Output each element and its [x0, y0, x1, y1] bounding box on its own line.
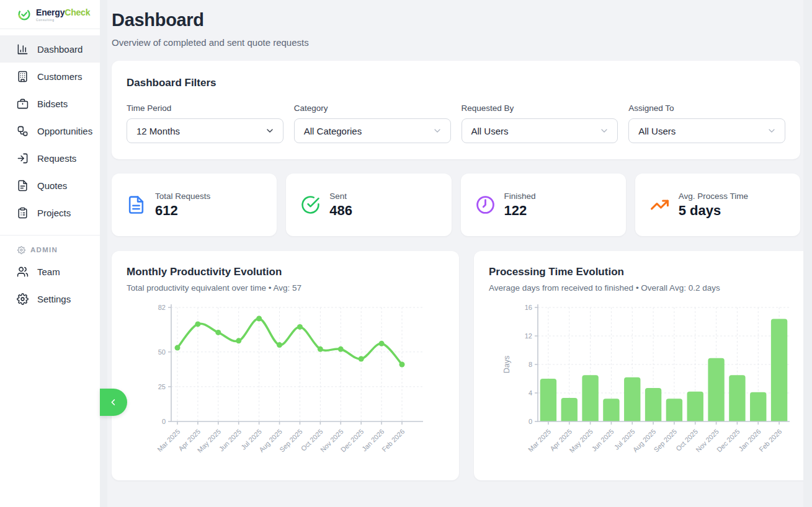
stats-row: Total Requests 612 Sent 486 — [112, 174, 800, 236]
sidebar-item-label: Projects — [37, 208, 71, 218]
requested-by-select[interactable]: All Users — [462, 118, 618, 143]
productivity-chart-card: Monthly Productivity Evolution Total pro… — [112, 251, 459, 480]
stat-label: Total Requests — [155, 192, 210, 201]
workflow-icon — [17, 125, 29, 137]
svg-text:Days: Days — [502, 356, 511, 373]
chevron-down-icon — [599, 126, 609, 136]
stat-value: 612 — [155, 203, 210, 219]
sidebar: EnergyCheck Consulting Dashboard Custome… — [0, 0, 100, 507]
time-period-select[interactable]: 12 Months — [127, 118, 283, 143]
trending-up-icon — [650, 195, 669, 214]
svg-text:Feb 2026: Feb 2026 — [757, 428, 783, 453]
filters-title: Dashboard Filters — [127, 77, 785, 89]
chart-subtitle: Average days from received to finished •… — [489, 283, 798, 293]
chart-title: Processing Time Evolution — [489, 266, 798, 278]
sidebar-item-label: Opportunities — [37, 126, 92, 136]
page-subtitle: Overview of completed and sent quote req… — [112, 37, 800, 48]
sidebar-scrollbar-gutter[interactable] — [100, 0, 107, 507]
building-icon — [17, 71, 29, 82]
admin-section-label: ADMIN — [0, 242, 100, 258]
sidebar-divider — [0, 235, 100, 236]
svg-text:0: 0 — [162, 418, 166, 425]
filter-requested-by: Requested By All Users — [462, 104, 618, 143]
filter-assigned-to: Assigned To All Users — [628, 104, 785, 143]
briefcase-icon — [17, 98, 29, 110]
svg-text:50: 50 — [158, 348, 166, 356]
svg-text:16: 16 — [525, 304, 532, 311]
logo-check-ring-icon — [17, 7, 31, 21]
chevron-down-icon — [432, 126, 442, 136]
sidebar-item-settings[interactable]: Settings — [0, 285, 100, 312]
sidebar-item-label: Customers — [37, 71, 83, 82]
stat-card-finished: Finished 122 — [461, 174, 626, 236]
svg-text:0: 0 — [529, 418, 532, 425]
logo[interactable]: EnergyCheck Consulting — [0, 0, 100, 29]
file-icon — [127, 195, 146, 214]
svg-text:Jun 2025: Jun 2025 — [590, 428, 615, 452]
sidebar-item-dashboard[interactable]: Dashboard — [0, 35, 100, 63]
sidebar-item-label: Bidsets — [37, 99, 68, 109]
main-content: Dashboard Overview of completed and sent… — [107, 0, 812, 507]
sidebar-item-label: Team — [37, 267, 60, 277]
stat-card-avg-process-time: Avg. Process Time 5 days — [635, 174, 800, 236]
stat-card-total-requests: Total Requests 612 — [112, 174, 277, 236]
stat-label: Sent — [329, 192, 352, 201]
svg-text:12: 12 — [525, 332, 532, 340]
productivity-line-chart: 0255082Mar 2025Apr 2025May 2025Jun 2025J… — [143, 298, 444, 469]
svg-text:Mar 2025: Mar 2025 — [527, 428, 552, 453]
clock-icon — [476, 195, 495, 214]
brand-subtitle: Consulting — [36, 19, 90, 22]
sidebar-item-opportunities[interactable]: Opportunities — [0, 117, 100, 144]
chart-subtitle: Total productivity equivalent over time … — [127, 283, 444, 293]
filter-time-period: Time Period 12 Months — [127, 104, 283, 143]
svg-text:Mar 2025: Mar 2025 — [156, 428, 181, 453]
filter-label: Assigned To — [628, 104, 785, 113]
check-circle-icon — [301, 195, 320, 214]
svg-text:8: 8 — [529, 361, 532, 368]
filter-category: Category All Categories — [294, 104, 451, 143]
file-text-icon — [17, 180, 29, 192]
sidebar-item-projects[interactable]: Projects — [0, 199, 100, 226]
chart-title: Monthly Productivity Evolution — [127, 266, 444, 278]
select-value: All Categories — [304, 126, 362, 136]
chevron-left-icon — [109, 397, 118, 407]
category-select[interactable]: All Categories — [294, 118, 451, 143]
sidebar-item-label: Requests — [37, 153, 76, 164]
select-value: 12 Months — [136, 126, 180, 136]
svg-text:25: 25 — [158, 383, 166, 390]
svg-text:Dec 2025: Dec 2025 — [715, 428, 741, 454]
sidebar-nav: Dashboard Customers Bidsets Opportunitie… — [0, 35, 100, 312]
svg-text:Jun 2025: Jun 2025 — [218, 428, 243, 452]
svg-text:Feb 2026: Feb 2026 — [380, 428, 406, 453]
filter-label: Category — [294, 104, 451, 113]
arrow-into-box-icon — [17, 152, 29, 164]
sidebar-item-team[interactable]: Team — [0, 258, 100, 285]
sidebar-item-label: Settings — [37, 294, 71, 304]
gear-icon — [17, 293, 29, 305]
stat-value: 5 days — [679, 203, 748, 219]
select-value: All Users — [638, 126, 676, 136]
stat-card-sent: Sent 486 — [286, 174, 451, 236]
sidebar-item-requests[interactable]: Requests — [0, 144, 100, 172]
sidebar-collapse-button[interactable] — [100, 389, 127, 416]
filter-label: Requested By — [462, 104, 618, 113]
stat-value: 122 — [504, 203, 536, 219]
chevron-down-icon — [767, 126, 777, 136]
sidebar-item-quotes[interactable]: Quotes — [0, 172, 100, 199]
sidebar-item-customers[interactable]: Customers — [0, 63, 100, 90]
stat-label: Finished — [504, 192, 536, 201]
sidebar-item-bidsets[interactable]: Bidsets — [0, 90, 100, 117]
chevron-down-icon — [265, 126, 275, 136]
stat-value: 486 — [329, 203, 352, 219]
svg-text:Sep 2025: Sep 2025 — [653, 428, 679, 454]
filter-label: Time Period — [127, 104, 283, 113]
processing-time-bar-chart: 0481216Mar 2025Apr 2025May 2025Jun 2025J… — [497, 298, 798, 469]
svg-text:4: 4 — [529, 389, 532, 397]
select-value: All Users — [471, 126, 509, 136]
clipboard-icon — [17, 207, 29, 219]
app-root: EnergyCheck Consulting Dashboard Custome… — [0, 0, 812, 507]
filters-card: Dashboard Filters Time Period 12 Months … — [112, 61, 800, 159]
scrollbar-track[interactable] — [803, 0, 812, 507]
assigned-to-select[interactable]: All Users — [628, 118, 785, 143]
processing-time-chart-card: Processing Time Evolution Average days f… — [474, 251, 812, 480]
